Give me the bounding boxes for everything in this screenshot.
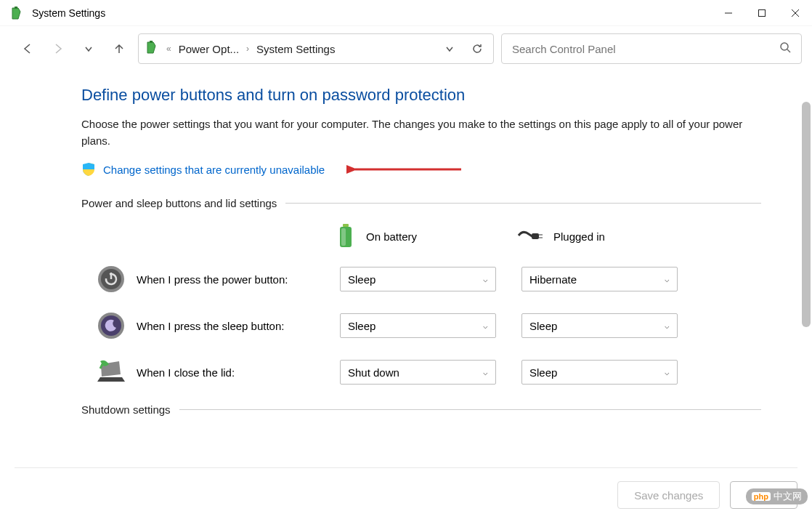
chevron-down-icon: ⌵ [665,368,670,377]
lid-battery-select[interactable]: Shut down⌵ [340,360,496,385]
svg-rect-2 [759,9,766,16]
svg-rect-12 [532,233,539,239]
lid-plugged-select[interactable]: Sleep⌵ [521,360,678,385]
sleep-button-plugged-select[interactable]: Sleep⌵ [521,313,678,338]
chevron-down-icon: ⌵ [483,321,488,331]
watermark: php 中文网 [746,488,808,504]
maximize-button[interactable] [745,0,779,26]
section1-title: Power and sleep buttons and lid settings [81,197,277,209]
column-plugged-label: Plugged in [553,230,605,243]
row-power-button: When I press the power button: Sleep⌵ Hi… [96,264,761,294]
recent-locations-button[interactable] [77,37,100,60]
power-button-icon [96,264,126,294]
chevron-down-icon: ⌵ [665,321,670,331]
content-area: Define power buttons and turn on passwor… [0,71,812,464]
save-button[interactable]: Save changes [617,481,720,509]
section-shutdown: Shutdown settings [81,403,761,416]
footer: Save changes Cancel [15,467,797,509]
annotation-arrow [346,164,463,175]
search-icon[interactable] [779,41,791,56]
change-settings-link[interactable]: Change settings that are currently unava… [103,164,325,176]
chevron-down-icon: ⌵ [665,275,670,284]
power-button-plugged-select[interactable]: Hibernate⌵ [521,267,678,291]
refresh-button[interactable] [467,39,487,59]
page-heading: Define power buttons and turn on passwor… [81,86,761,105]
address-dropdown-button[interactable] [439,39,460,59]
search-input[interactable] [512,43,779,55]
chevron-down-icon: ⌵ [483,275,488,284]
chevron-right-icon: › [246,44,249,54]
page-description: Choose the power settings that you want … [81,116,761,149]
address-app-icon [145,40,159,57]
scrollbar[interactable] [802,102,811,327]
section-divider [285,203,761,204]
close-button[interactable] [779,0,812,26]
watermark-brand: php [752,492,771,501]
svg-rect-9 [343,224,349,227]
breadcrumb-parent[interactable]: Power Opt... [179,43,239,55]
breadcrumb-current[interactable]: System Settings [256,43,335,55]
up-button[interactable] [107,37,131,60]
shield-icon [81,162,96,177]
lid-icon [96,357,126,387]
toolbar: « Power Opt... › System Settings [0,26,812,71]
forward-button[interactable] [46,37,70,60]
app-icon [9,5,25,21]
row-lid-label: When I close the lid: [137,366,340,379]
breadcrumb-prefix: « [166,44,171,54]
column-on-battery: On battery [336,222,517,251]
search-box[interactable] [501,33,802,64]
column-plugged-in: Plugged in [517,222,699,251]
svg-rect-5 [150,41,153,43]
sleep-button-battery-select[interactable]: Sleep⌵ [340,313,496,338]
row-sleep-label: When I press the sleep button: [137,320,340,332]
svg-point-6 [781,43,788,50]
row-sleep-button: When I press the sleep button: Sleep⌵ Sl… [96,310,761,341]
address-bar[interactable]: « Power Opt... › System Settings [138,33,494,64]
window-title: System Settings [32,7,712,19]
sleep-button-icon [96,310,126,341]
battery-icon [336,222,356,251]
column-battery-label: On battery [366,230,417,243]
minimize-button[interactable] [712,0,745,26]
section-divider [179,409,761,410]
section2-title: Shutdown settings [81,403,171,416]
back-button[interactable] [16,37,39,60]
row-close-lid: When I close the lid: Shut down⌵ Sleep⌵ [96,357,761,387]
section-power-sleep: Power and sleep buttons and lid settings [81,197,761,209]
svg-line-7 [787,49,790,52]
svg-rect-0 [15,7,17,9]
titlebar: System Settings [0,0,812,26]
row-power-label: When I press the power button: [137,273,340,286]
svg-rect-11 [341,228,346,246]
watermark-text: 中文网 [774,490,802,503]
power-button-battery-select[interactable]: Sleep⌵ [340,267,496,291]
chevron-down-icon: ⌵ [483,368,488,377]
plug-icon [517,227,543,246]
